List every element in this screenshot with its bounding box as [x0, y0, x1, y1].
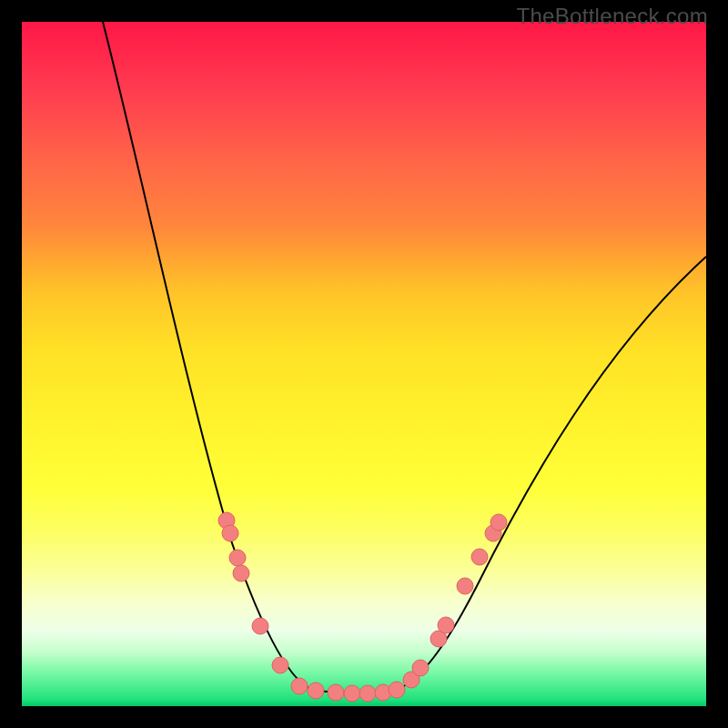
data-point: [328, 684, 344, 701]
data-point: [233, 565, 249, 581]
data-point: [438, 617, 454, 633]
data-point: [389, 682, 405, 698]
chart-svg: [22, 22, 706, 706]
data-point: [308, 682, 324, 699]
data-points: [218, 512, 507, 702]
data-point: [272, 657, 288, 673]
data-point: [471, 549, 488, 565]
data-point: [490, 514, 507, 531]
data-point: [344, 685, 360, 702]
data-point: [222, 525, 238, 541]
data-point: [252, 618, 268, 634]
data-point: [291, 678, 308, 694]
data-point: [457, 578, 473, 594]
data-point: [229, 550, 246, 566]
data-point: [412, 660, 429, 676]
bottleneck-curve: [103, 22, 706, 693]
data-point: [359, 685, 376, 702]
